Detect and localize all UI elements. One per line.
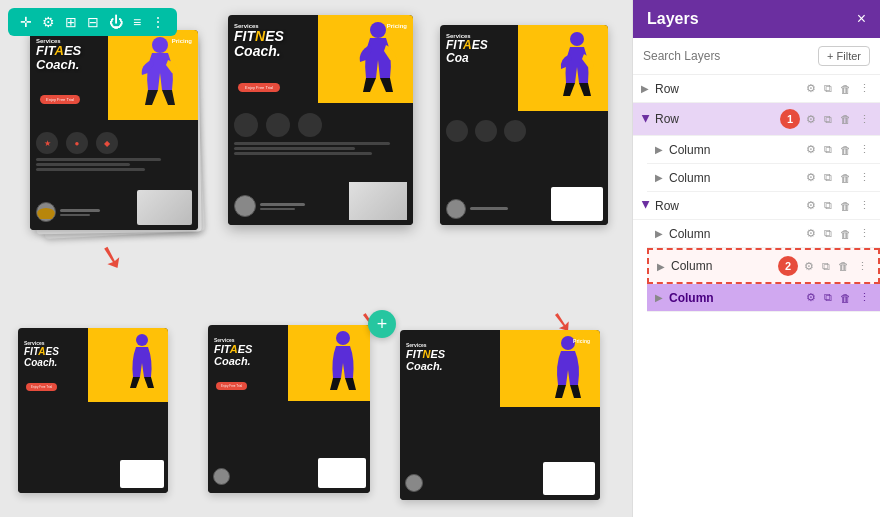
layer-delete-icon-row3[interactable]: 🗑 <box>838 199 853 213</box>
layer-name-row1: Row <box>655 82 804 96</box>
layer-actions-row1: ⚙ ⧉ 🗑 ⋮ <box>804 81 872 96</box>
layer-row-col2[interactable]: ▶ Column ⚙ ⧉ 🗑 ⋮ <box>647 164 880 192</box>
layer-list: ▶ Row ⚙ ⧉ 🗑 ⋮ ▶ Row 1 ⚙ ⧉ 🗑 ⋮ ▶ Column <box>633 75 880 517</box>
power-icon[interactable]: ⏻ <box>109 14 123 30</box>
layer-settings-icon-row2[interactable]: ⚙ <box>804 112 818 127</box>
layer-settings-icon-col1[interactable]: ⚙ <box>804 142 818 157</box>
menu-icon[interactable]: ≡ <box>133 14 141 30</box>
layer-copy-icon-row1[interactable]: ⧉ <box>822 81 834 96</box>
layer-copy-icon-col3[interactable]: ⧉ <box>822 226 834 241</box>
layer-more-icon-col4[interactable]: ⋮ <box>855 259 870 274</box>
mockup-bot-center: Services FITAESCoach. Enjoy Free Trial <box>208 325 370 493</box>
layer-name-col1: Column <box>669 143 804 157</box>
layer-delete-icon-col3[interactable]: 🗑 <box>838 227 853 241</box>
layer-name-col5: Column <box>669 291 804 305</box>
layer-more-icon-col2[interactable]: ⋮ <box>857 170 872 185</box>
layer-name-row2: Row <box>655 112 780 126</box>
layer-settings-icon-col5[interactable]: ⚙ <box>804 290 818 305</box>
layer-row-row3[interactable]: ▶ Row ⚙ ⧉ 🗑 ⋮ <box>633 192 880 220</box>
layer-arrow-col4: ▶ <box>657 261 667 272</box>
layer-settings-icon-row1[interactable]: ⚙ <box>804 81 818 96</box>
mockup-bot-right: Services Pricing FITNESCoach. <box>400 330 600 500</box>
layer-row-col1[interactable]: ▶ Column ⚙ ⧉ 🗑 ⋮ <box>647 136 880 164</box>
layer-name-col3: Column <box>669 227 804 241</box>
card-main: Services FITAESCoach. Pricing Enjoy Free… <box>30 30 198 230</box>
layer-copy-icon-row2[interactable]: ⧉ <box>822 112 834 127</box>
grid-icon[interactable]: ⊞ <box>65 14 77 30</box>
layer-arrow-col2: ▶ <box>655 172 665 183</box>
layer-name-row3: Row <box>655 199 804 213</box>
filter-plus-icon: + <box>827 50 833 62</box>
layer-arrow-col1: ▶ <box>655 144 665 155</box>
more-icon[interactable]: ⋮ <box>151 14 165 30</box>
layer-more-icon-col1[interactable]: ⋮ <box>857 142 872 157</box>
layer-delete-icon-col4[interactable]: 🗑 <box>836 259 851 273</box>
layer-more-icon-row2[interactable]: ⋮ <box>857 112 872 127</box>
move-icon[interactable]: ✛ <box>20 14 32 30</box>
layer-actions-row3: ⚙ ⧉ 🗑 ⋮ <box>804 198 872 213</box>
layer-row-row2[interactable]: ▶ Row 1 ⚙ ⧉ 🗑 ⋮ <box>633 103 880 136</box>
svg-point-0 <box>152 37 168 53</box>
layer-more-icon-row1[interactable]: ⋮ <box>857 81 872 96</box>
layer-copy-icon-row3[interactable]: ⧉ <box>822 198 834 213</box>
layer-name-col4: Column <box>671 259 778 273</box>
layer-arrow-row2: ▶ <box>641 114 652 124</box>
layout-icon[interactable]: ⊟ <box>87 14 99 30</box>
layers-panel: Layers × + Filter ▶ Row ⚙ ⧉ 🗑 ⋮ ▶ Row 1 <box>632 0 880 517</box>
layers-filter-button[interactable]: + Filter <box>818 46 870 66</box>
layer-more-icon-col3[interactable]: ⋮ <box>857 226 872 241</box>
plus-button[interactable]: + <box>368 310 396 338</box>
layer-settings-icon-col3[interactable]: ⚙ <box>804 226 818 241</box>
layer-arrow-row3: ▶ <box>641 201 652 211</box>
layer-copy-icon-col5[interactable]: ⧉ <box>822 290 834 305</box>
layer-more-icon-col5[interactable]: ⋮ <box>857 290 872 305</box>
layer-more-icon-row3[interactable]: ⋮ <box>857 198 872 213</box>
layer-delete-icon-row2[interactable]: 🗑 <box>838 112 853 126</box>
layer-arrow-col5: ▶ <box>655 292 665 303</box>
settings-icon[interactable]: ⚙ <box>42 14 55 30</box>
svg-point-2 <box>570 32 584 46</box>
layers-search-input[interactable] <box>643 49 812 63</box>
layer-delete-icon-col2[interactable]: 🗑 <box>838 171 853 185</box>
layer-delete-icon-col1[interactable]: 🗑 <box>838 143 853 157</box>
svg-point-3 <box>136 334 148 346</box>
layer-arrow-row1: ▶ <box>641 83 651 94</box>
badge-2: 2 <box>778 256 798 276</box>
badge-1: 1 <box>780 109 800 129</box>
layer-actions-col5: ⚙ ⧉ 🗑 ⋮ <box>804 290 872 305</box>
mockup-top-center: Services Pricing FITNESCoach. Enjoy Free… <box>228 15 413 225</box>
layer-row-col5[interactable]: ▶ Column ⚙ ⧉ 🗑 ⋮ <box>647 284 880 312</box>
layers-panel-header: Layers × <box>633 0 880 38</box>
layer-copy-icon-col2[interactable]: ⧉ <box>822 170 834 185</box>
layer-row-row1[interactable]: ▶ Row ⚙ ⧉ 🗑 ⋮ <box>633 75 880 103</box>
layer-settings-icon-col4[interactable]: ⚙ <box>802 259 816 274</box>
layers-search-row: + Filter <box>633 38 880 75</box>
canvas-area: ✛ ⚙ ⊞ ⊟ ⏻ ≡ ⋮ Services FITAESCoach. <box>0 0 632 517</box>
toolbar[interactable]: ✛ ⚙ ⊞ ⊟ ⏻ ≡ ⋮ <box>8 8 177 36</box>
svg-point-1 <box>370 22 386 38</box>
layer-arrow-col3: ▶ <box>655 228 665 239</box>
layer-row-col4[interactable]: ▶ Column 2 ⚙ ⧉ 🗑 ⋮ <box>647 248 880 284</box>
svg-point-4 <box>336 331 350 345</box>
layer-delete-icon-col5[interactable]: 🗑 <box>838 291 853 305</box>
mockup-top-right: Services FITAESCoa <box>440 25 608 225</box>
layer-settings-icon-row3[interactable]: ⚙ <box>804 198 818 213</box>
layer-actions-col2: ⚙ ⧉ 🗑 ⋮ <box>804 170 872 185</box>
layer-name-col2: Column <box>669 171 804 185</box>
layer-settings-icon-col2[interactable]: ⚙ <box>804 170 818 185</box>
layer-copy-icon-col1[interactable]: ⧉ <box>822 142 834 157</box>
filter-label: Filter <box>837 50 861 62</box>
mockup-bot-left: Services FITAESCoach. Enjoy Free Trial <box>18 328 168 493</box>
layer-actions-col4: ⚙ ⧉ 🗑 ⋮ <box>802 259 870 274</box>
layers-title: Layers <box>647 10 699 28</box>
layer-actions-col1: ⚙ ⧉ 🗑 ⋮ <box>804 142 872 157</box>
layer-delete-icon-row1[interactable]: 🗑 <box>838 82 853 96</box>
layer-row-col3[interactable]: ▶ Column ⚙ ⧉ 🗑 ⋮ <box>647 220 880 248</box>
layer-copy-icon-col4[interactable]: ⧉ <box>820 259 832 274</box>
layers-close-button[interactable]: × <box>857 11 866 27</box>
layer-actions-row2: ⚙ ⧉ 🗑 ⋮ <box>804 112 872 127</box>
layer-actions-col3: ⚙ ⧉ 🗑 ⋮ <box>804 226 872 241</box>
mockup-top-left: Services FITAESCoach. Pricing Enjoy Free… <box>30 30 215 245</box>
